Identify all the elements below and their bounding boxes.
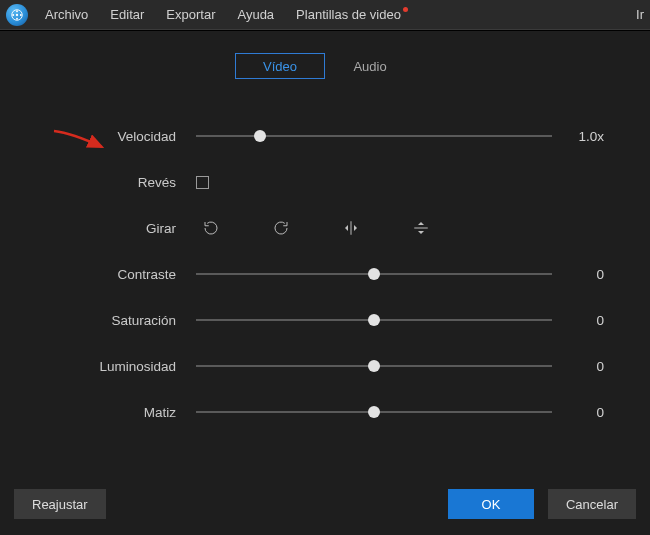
svg-point-3: [16, 17, 18, 19]
label-reverse: Revés: [46, 175, 196, 190]
rotate-cw-icon[interactable]: [270, 217, 292, 239]
slider-contrast-thumb[interactable]: [368, 268, 380, 280]
value-brightness: 0: [552, 359, 604, 374]
label-brightness: Luminosidad: [46, 359, 196, 374]
menu-bar: Archivo Editar Exportar Ayuda Plantillas…: [0, 0, 650, 30]
slider-saturation-thumb[interactable]: [368, 314, 380, 326]
slider-brightness-thumb[interactable]: [368, 360, 380, 372]
row-contrast: Contraste 0: [46, 251, 604, 297]
label-speed: Velocidad: [46, 129, 196, 144]
tab-video[interactable]: Vídeo: [235, 53, 325, 79]
slider-speed[interactable]: [196, 127, 552, 145]
slider-saturation[interactable]: [196, 311, 552, 329]
slider-brightness[interactable]: [196, 357, 552, 375]
menu-exportar[interactable]: Exportar: [157, 3, 224, 26]
value-contrast: 0: [552, 267, 604, 282]
slider-speed-thumb[interactable]: [254, 130, 266, 142]
cancel-button[interactable]: Cancelar: [548, 489, 636, 519]
slider-hue-thumb[interactable]: [368, 406, 380, 418]
svg-point-1: [16, 13, 18, 15]
settings-rows: Velocidad 1.0x Revés Girar: [0, 113, 650, 435]
checkbox-reverse[interactable]: [196, 176, 209, 189]
value-saturation: 0: [552, 313, 604, 328]
menu-archivo[interactable]: Archivo: [36, 3, 97, 26]
svg-point-4: [12, 14, 14, 16]
row-hue: Matiz 0: [46, 389, 604, 435]
label-rotate: Girar: [46, 221, 196, 236]
label-contrast: Contraste: [46, 267, 196, 282]
label-saturation: Saturación: [46, 313, 196, 328]
row-saturation: Saturación 0: [46, 297, 604, 343]
video-settings-dialog: Vídeo Audio Velocidad: [0, 30, 650, 535]
label-hue: Matiz: [46, 405, 196, 420]
tabs: Vídeo Audio: [0, 53, 650, 79]
menu-right-cut: Ir: [627, 3, 644, 26]
dialog-footer: Reajustar OK Cancelar: [0, 483, 650, 525]
flip-vertical-icon[interactable]: [410, 217, 432, 239]
menu-editar[interactable]: Editar: [101, 3, 153, 26]
menu-ayuda[interactable]: Ayuda: [228, 3, 283, 26]
svg-point-5: [20, 14, 22, 16]
rotate-ccw-icon[interactable]: [200, 217, 222, 239]
ok-button[interactable]: OK: [448, 489, 534, 519]
menu-plantillas[interactable]: Plantillas de video: [287, 3, 410, 26]
row-rotate: Girar: [46, 205, 604, 251]
row-reverse: Revés: [46, 159, 604, 205]
value-hue: 0: [552, 405, 604, 420]
slider-contrast[interactable]: [196, 265, 552, 283]
reset-button[interactable]: Reajustar: [14, 489, 106, 519]
value-speed: 1.0x: [552, 129, 604, 144]
row-speed: Velocidad 1.0x: [46, 113, 604, 159]
slider-hue[interactable]: [196, 403, 552, 421]
app-logo-icon: [6, 4, 28, 26]
tab-audio[interactable]: Audio: [325, 53, 415, 79]
flip-horizontal-icon[interactable]: [340, 217, 362, 239]
svg-point-2: [16, 10, 18, 12]
row-brightness: Luminosidad 0: [46, 343, 604, 389]
